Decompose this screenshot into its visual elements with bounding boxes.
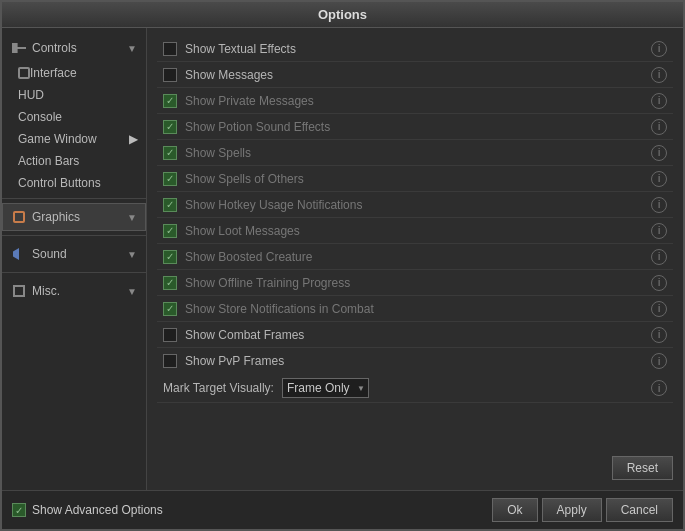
chevron-right-icon: ▶ — [129, 132, 138, 146]
sidebar-item-interface[interactable]: Interface — [2, 62, 146, 84]
option-label-show-messages: Show Messages — [185, 68, 651, 82]
checkbox-show-loot-messages[interactable] — [163, 224, 177, 238]
sidebar-divider-2 — [2, 235, 146, 236]
option-row-show-store-notifications: Show Store Notifications in Combati — [157, 296, 673, 322]
option-row-show-potion-sound-effects: Show Potion Sound Effectsi — [157, 114, 673, 140]
option-row-show-spells-of-others: Show Spells of Othersi — [157, 166, 673, 192]
sidebar-hud-label: HUD — [18, 88, 44, 102]
checkbox-show-spells-of-others[interactable] — [163, 172, 177, 186]
mark-target-select[interactable]: Frame Only Name Only Both None — [282, 378, 369, 398]
option-label-show-spells-of-others: Show Spells of Others — [185, 172, 651, 186]
option-row-show-hotkey-usage: Show Hotkey Usage Notificationsi — [157, 192, 673, 218]
controls-icon — [11, 40, 27, 56]
reset-button[interactable]: Reset — [612, 456, 673, 480]
advanced-options-checkbox[interactable] — [12, 503, 26, 517]
info-icon-show-spells-of-others[interactable]: i — [651, 171, 667, 187]
sidebar-item-actionbars[interactable]: Action Bars — [2, 150, 146, 172]
info-icon-show-offline-training[interactable]: i — [651, 275, 667, 291]
info-icon-show-loot-messages[interactable]: i — [651, 223, 667, 239]
checkbox-show-textual-effects[interactable] — [163, 42, 177, 56]
misc-icon — [11, 283, 27, 299]
ok-button[interactable]: Ok — [492, 498, 537, 522]
info-icon-show-store-notifications[interactable]: i — [651, 301, 667, 317]
graphics-icon — [11, 209, 27, 225]
checkbox-show-boosted-creature[interactable] — [163, 250, 177, 264]
option-label-show-offline-training: Show Offline Training Progress — [185, 276, 651, 290]
sidebar-item-sound[interactable]: Sound ▼ — [2, 240, 146, 268]
checkbox-show-offline-training[interactable] — [163, 276, 177, 290]
chevron-down-icon: ▼ — [127, 43, 137, 54]
sidebar-item-gamewindow[interactable]: Game Window ▶ — [2, 128, 146, 150]
option-row-show-loot-messages: Show Loot Messagesi — [157, 218, 673, 244]
sidebar-gamewindow-label: Game Window — [18, 132, 97, 146]
mark-target-row: Mark Target Visually: Frame Only Name On… — [157, 374, 673, 403]
sidebar-interface-label: Interface — [30, 66, 77, 80]
options-list: Show Textual EffectsiShow MessagesiShow … — [157, 36, 673, 374]
option-label-show-textual-effects: Show Textual Effects — [185, 42, 651, 56]
sidebar-actionbars-label: Action Bars — [18, 154, 79, 168]
info-icon-show-textual-effects[interactable]: i — [651, 41, 667, 57]
mark-target-label: Mark Target Visually: — [163, 381, 274, 395]
option-label-show-boosted-creature: Show Boosted Creature — [185, 250, 651, 264]
checkbox-show-store-notifications[interactable] — [163, 302, 177, 316]
info-icon-show-messages[interactable]: i — [651, 67, 667, 83]
chevron-down-icon-misc: ▼ — [127, 286, 137, 297]
checkbox-show-pvp-frames[interactable] — [163, 354, 177, 368]
bottom-buttons: Ok Apply Cancel — [492, 498, 673, 522]
option-label-show-loot-messages: Show Loot Messages — [185, 224, 651, 238]
main-content: Controls ▼ Interface HUD Console Game Wi… — [2, 28, 683, 490]
interface-icon — [18, 67, 30, 79]
info-icon-show-combat-frames[interactable]: i — [651, 327, 667, 343]
info-icon-show-hotkey-usage[interactable]: i — [651, 197, 667, 213]
sidebar-graphics-label: Graphics — [32, 210, 127, 224]
show-advanced-options[interactable]: Show Advanced Options — [12, 503, 492, 517]
option-label-show-spells: Show Spells — [185, 146, 651, 160]
options-window: Options Controls ▼ Interface HUD Console — [0, 0, 685, 531]
option-row-show-combat-frames: Show Combat Framesi — [157, 322, 673, 348]
apply-button[interactable]: Apply — [542, 498, 602, 522]
sidebar-item-misc[interactable]: Misc. ▼ — [2, 277, 146, 305]
mark-target-info-icon[interactable]: i — [651, 380, 667, 396]
sidebar-item-controlbuttons[interactable]: Control Buttons — [2, 172, 146, 194]
option-row-show-pvp-frames: Show PvP Framesi — [157, 348, 673, 374]
sidebar-divider-3 — [2, 272, 146, 273]
bottom-bar: Show Advanced Options Ok Apply Cancel — [2, 490, 683, 529]
option-label-show-potion-sound-effects: Show Potion Sound Effects — [185, 120, 651, 134]
title-bar: Options — [2, 2, 683, 28]
cancel-button[interactable]: Cancel — [606, 498, 673, 522]
checkbox-show-combat-frames[interactable] — [163, 328, 177, 342]
sidebar-divider-1 — [2, 198, 146, 199]
sidebar-item-console[interactable]: Console — [2, 106, 146, 128]
info-icon-show-pvp-frames[interactable]: i — [651, 353, 667, 369]
info-icon-show-boosted-creature[interactable]: i — [651, 249, 667, 265]
checkbox-show-messages[interactable] — [163, 68, 177, 82]
checkbox-show-spells[interactable] — [163, 146, 177, 160]
sidebar-misc-label: Misc. — [32, 284, 127, 298]
checkbox-show-potion-sound-effects[interactable] — [163, 120, 177, 134]
reset-area: Reset — [157, 450, 673, 482]
sidebar: Controls ▼ Interface HUD Console Game Wi… — [2, 28, 147, 490]
option-label-show-private-messages: Show Private Messages — [185, 94, 651, 108]
option-label-show-store-notifications: Show Store Notifications in Combat — [185, 302, 651, 316]
window-title: Options — [318, 7, 367, 22]
info-icon-show-spells[interactable]: i — [651, 145, 667, 161]
sound-icon — [11, 246, 27, 262]
chevron-down-icon-sound: ▼ — [127, 249, 137, 260]
sidebar-sound-label: Sound — [32, 247, 127, 261]
info-icon-show-potion-sound-effects[interactable]: i — [651, 119, 667, 135]
option-row-show-offline-training: Show Offline Training Progressi — [157, 270, 673, 296]
option-row-show-boosted-creature: Show Boosted Creaturei — [157, 244, 673, 270]
sidebar-console-label: Console — [18, 110, 62, 124]
sidebar-item-graphics[interactable]: Graphics ▼ — [2, 203, 146, 231]
sidebar-item-controls[interactable]: Controls ▼ — [2, 34, 146, 62]
option-label-show-pvp-frames: Show PvP Frames — [185, 354, 651, 368]
info-icon-show-private-messages[interactable]: i — [651, 93, 667, 109]
sidebar-item-hud[interactable]: HUD — [2, 84, 146, 106]
checkbox-show-hotkey-usage[interactable] — [163, 198, 177, 212]
option-label-show-hotkey-usage: Show Hotkey Usage Notifications — [185, 198, 651, 212]
chevron-down-icon-graphics: ▼ — [127, 212, 137, 223]
advanced-options-label: Show Advanced Options — [32, 503, 163, 517]
checkbox-show-private-messages[interactable] — [163, 94, 177, 108]
mark-target-select-wrapper: Frame Only Name Only Both None — [282, 378, 369, 398]
sidebar-controlbuttons-label: Control Buttons — [18, 176, 101, 190]
